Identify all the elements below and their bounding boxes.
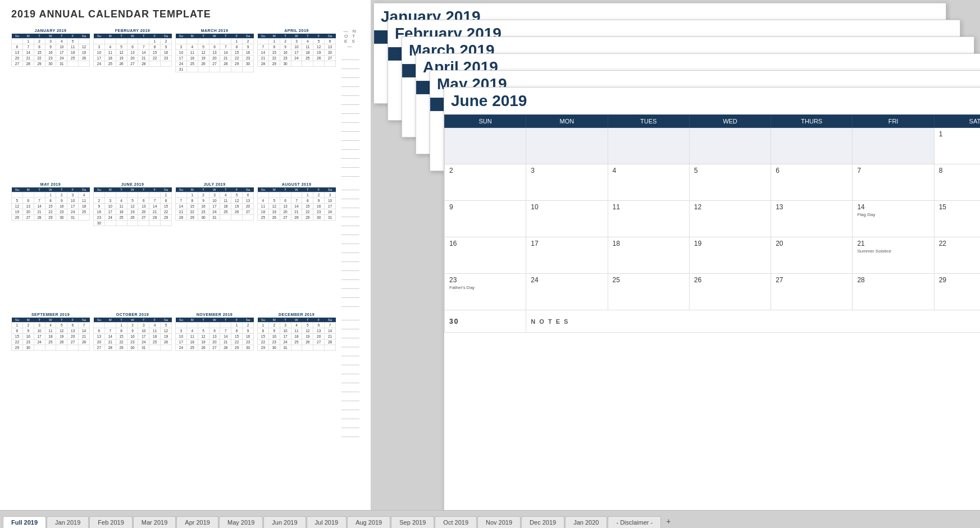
tab-aug-2019[interactable]: Aug 2019: [347, 516, 390, 528]
note-line: [341, 106, 359, 114]
mini-cal-day: 17: [67, 204, 79, 209]
mini-cal-day: 1: [258, 323, 269, 328]
tab-sep-2019[interactable]: Sep 2019: [391, 516, 434, 528]
mini-cal-day: 24: [176, 61, 187, 67]
add-tab-button[interactable]: +: [662, 515, 675, 528]
mini-cal-day: 22: [34, 56, 45, 61]
mini-cal-day: 30: [198, 215, 209, 221]
mini-cal-day: [34, 192, 45, 198]
mini-cal-day: 12: [116, 50, 127, 56]
note-line: [341, 357, 359, 365]
mini-cal-day: 11: [67, 44, 79, 50]
mini-cal-day: 5: [302, 323, 313, 328]
mini-cal-title: DECEMBER 2019: [257, 313, 336, 316]
mini-cal-day: 26: [12, 215, 23, 221]
tab---disclaimer--[interactable]: - Disclaimer -: [608, 516, 661, 528]
mini-cal-day: 9: [56, 198, 67, 204]
mini-cal-day: [231, 67, 243, 72]
mini-cal-day: 22: [186, 209, 198, 215]
mini-cal-day: 6: [280, 198, 291, 204]
mini-cal-day: 21: [22, 56, 34, 61]
tab-may-2019[interactable]: May 2019: [219, 516, 263, 528]
note-line: [341, 151, 359, 159]
note-line: [341, 245, 359, 253]
mini-cal-day: 6: [209, 44, 220, 50]
mini-cal: JULY 2019SuMTWTFSa1234567891011121314151…: [175, 182, 254, 308]
mini-cal-day: 9: [127, 328, 138, 334]
tab-mar-2019[interactable]: Mar 2019: [133, 516, 176, 528]
tab-apr-2019[interactable]: Apr 2019: [176, 516, 218, 528]
note-line: [341, 115, 359, 123]
mini-cal-day: 27: [313, 339, 325, 345]
day-number: 19: [694, 240, 766, 247]
mini-cal-day: 5: [12, 198, 23, 204]
note-line: [341, 375, 359, 383]
mini-cal-day: 22: [231, 56, 243, 61]
mini-cal-title: MARCH 2019: [175, 29, 254, 33]
mini-cal-day: 27: [243, 209, 254, 215]
mini-cal-day: 10: [56, 44, 67, 50]
mini-cal-day: 4: [79, 192, 90, 198]
mini-cal-day: 28: [220, 345, 231, 351]
right-panel: January 2019 SUN MON TUES WED THURS FRI …: [371, 0, 980, 510]
mini-cal-grid: SuMTWTFSa1234567891011121314151617181920…: [175, 318, 254, 351]
note-line: [341, 254, 359, 262]
calendar-cell: 19: [689, 237, 771, 274]
mini-cal-day: 13: [94, 334, 105, 339]
mini-cal-day: 26: [302, 339, 313, 345]
mini-cal-grid: SuMTWTFSa1234567891011121314151617181920…: [11, 34, 90, 67]
mini-cal-day: 11: [45, 328, 56, 334]
tab-jan-2020[interactable]: Jan 2020: [565, 516, 607, 528]
mini-cal: DECEMBER 2019SuMTWTFSa123456789101112131…: [257, 313, 336, 438]
mini-cal-day: 18: [79, 204, 90, 209]
tab-feb-2019[interactable]: Feb 2019: [89, 516, 132, 528]
tab-dec-2019[interactable]: Dec 2019: [521, 516, 564, 528]
tab-oct-2019[interactable]: Oct 2019: [435, 516, 477, 528]
note-line: [341, 79, 359, 87]
mini-cal-day: 19: [313, 50, 325, 56]
mini-cal-day: 6: [22, 198, 34, 204]
day-number: 20: [776, 240, 847, 247]
mini-cal-day: 11: [258, 204, 269, 209]
tab-jan-2019[interactable]: Jan 2019: [47, 516, 89, 528]
mini-cal-day: 13: [67, 328, 79, 334]
tab-jun-2019[interactable]: Jun 2019: [263, 516, 306, 528]
calendar-cell: [689, 128, 771, 164]
mini-cal-day: 19: [116, 56, 127, 61]
mini-cal-day: 25: [67, 56, 79, 61]
mini-cal-day: 13: [12, 50, 23, 56]
note-line: [341, 429, 359, 437]
holiday-label: Flag Day: [857, 212, 929, 217]
tab-jul-2019[interactable]: Jul 2019: [307, 516, 347, 528]
note-line: [341, 236, 359, 244]
mini-cal-day: 22: [258, 339, 269, 345]
mini-cal-day: [209, 39, 220, 44]
mini-cal-day: 23: [94, 215, 105, 221]
mini-cal-day: 14: [149, 204, 161, 209]
mini-calendars-mid: MAY 2019SuMTWTFSa12345678910111213141516…: [11, 182, 336, 308]
mini-cal-day: 31: [138, 345, 149, 351]
notes-column-bot: [336, 313, 359, 438]
calendar-cell: 4: [608, 164, 689, 201]
mini-cal-day: 21: [104, 339, 116, 345]
mini-cal-day: 5: [313, 39, 325, 44]
mini-cal-day: 13: [209, 334, 220, 339]
note-line: [341, 133, 359, 141]
tab-full-2019[interactable]: Full 2019: [3, 516, 46, 528]
mini-cal-day: 19: [79, 50, 90, 56]
note-line: [341, 411, 359, 419]
mini-cal-day: 29: [302, 215, 313, 221]
mini-cal-day: 9: [94, 204, 105, 209]
mini-cal-day: 28: [34, 215, 45, 221]
mini-cal-day: 27: [280, 215, 291, 221]
mini-cal-day: 15: [34, 50, 45, 56]
mini-cal-day: 31: [56, 61, 67, 67]
mini-cal-day: 4: [116, 198, 127, 204]
mini-cal-day: 11: [149, 328, 161, 334]
mini-cal-day: 29: [116, 345, 127, 351]
day-number: 23: [449, 276, 521, 284]
mini-cal-day: 23: [280, 56, 291, 61]
day-number: 26: [694, 276, 766, 284]
tab-nov-2019[interactable]: Nov 2019: [477, 516, 521, 528]
mini-cal-day: 22: [268, 56, 280, 61]
